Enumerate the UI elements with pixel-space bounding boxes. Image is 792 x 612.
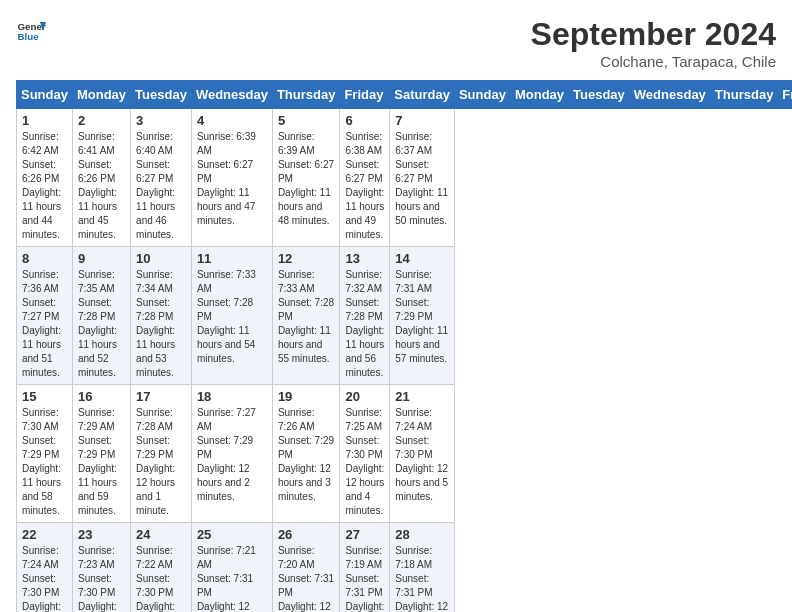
day-number: 28 — [395, 527, 449, 542]
calendar-week-2: 8 Sunrise: 7:36 AM Sunset: 7:27 PM Dayli… — [17, 247, 793, 385]
calendar-header-row: SundayMondayTuesdayWednesdayThursdayFrid… — [17, 81, 793, 109]
col-header-friday: Friday — [778, 81, 792, 109]
calendar-cell: 6 Sunrise: 6:38 AM Sunset: 6:27 PM Dayli… — [340, 109, 390, 247]
day-number: 12 — [278, 251, 335, 266]
cell-content: Sunrise: 6:39 AM Sunset: 6:27 PM Dayligh… — [197, 130, 267, 228]
col-header-tuesday: Tuesday — [569, 81, 630, 109]
day-number: 20 — [345, 389, 384, 404]
header-saturday: Saturday — [390, 81, 455, 109]
calendar-cell: 16 Sunrise: 7:29 AM Sunset: 7:29 PM Dayl… — [72, 385, 130, 523]
cell-content: Sunrise: 7:21 AM Sunset: 7:31 PM Dayligh… — [197, 544, 267, 612]
cell-content: Sunrise: 7:24 AM Sunset: 7:30 PM Dayligh… — [395, 406, 449, 504]
calendar-cell: 21 Sunrise: 7:24 AM Sunset: 7:30 PM Dayl… — [390, 385, 455, 523]
calendar-cell: 18 Sunrise: 7:27 AM Sunset: 7:29 PM Dayl… — [191, 385, 272, 523]
calendar-cell: 12 Sunrise: 7:33 AM Sunset: 7:28 PM Dayl… — [272, 247, 340, 385]
header-tuesday: Tuesday — [131, 81, 192, 109]
calendar-cell: 28 Sunrise: 7:18 AM Sunset: 7:31 PM Dayl… — [390, 523, 455, 613]
header-friday: Friday — [340, 81, 390, 109]
calendar-cell: 1 Sunrise: 6:42 AM Sunset: 6:26 PM Dayli… — [17, 109, 73, 247]
day-number: 5 — [278, 113, 335, 128]
day-number: 27 — [345, 527, 384, 542]
calendar-cell: 20 Sunrise: 7:25 AM Sunset: 7:30 PM Dayl… — [340, 385, 390, 523]
cell-content: Sunrise: 6:39 AM Sunset: 6:27 PM Dayligh… — [278, 130, 335, 228]
header-thursday: Thursday — [272, 81, 340, 109]
calendar-cell: 13 Sunrise: 7:32 AM Sunset: 7:28 PM Dayl… — [340, 247, 390, 385]
cell-content: Sunrise: 7:25 AM Sunset: 7:30 PM Dayligh… — [345, 406, 384, 518]
col-header-monday: Monday — [510, 81, 568, 109]
day-number: 10 — [136, 251, 186, 266]
day-number: 6 — [345, 113, 384, 128]
day-number: 16 — [78, 389, 125, 404]
cell-content: Sunrise: 7:24 AM Sunset: 7:30 PM Dayligh… — [22, 544, 67, 612]
day-number: 11 — [197, 251, 267, 266]
day-number: 15 — [22, 389, 67, 404]
day-number: 2 — [78, 113, 125, 128]
cell-content: Sunrise: 7:27 AM Sunset: 7:29 PM Dayligh… — [197, 406, 267, 504]
cell-content: Sunrise: 7:20 AM Sunset: 7:31 PM Dayligh… — [278, 544, 335, 612]
day-number: 19 — [278, 389, 335, 404]
calendar-cell: 9 Sunrise: 7:35 AM Sunset: 7:28 PM Dayli… — [72, 247, 130, 385]
cell-content: Sunrise: 7:19 AM Sunset: 7:31 PM Dayligh… — [345, 544, 384, 612]
calendar-cell: 22 Sunrise: 7:24 AM Sunset: 7:30 PM Dayl… — [17, 523, 73, 613]
cell-content: Sunrise: 6:41 AM Sunset: 6:26 PM Dayligh… — [78, 130, 125, 242]
day-number: 13 — [345, 251, 384, 266]
cell-content: Sunrise: 7:26 AM Sunset: 7:29 PM Dayligh… — [278, 406, 335, 504]
location: Colchane, Tarapaca, Chile — [531, 53, 776, 70]
col-header-sunday: Sunday — [454, 81, 510, 109]
cell-content: Sunrise: 7:18 AM Sunset: 7:31 PM Dayligh… — [395, 544, 449, 612]
calendar-week-4: 22 Sunrise: 7:24 AM Sunset: 7:30 PM Dayl… — [17, 523, 793, 613]
cell-content: Sunrise: 6:40 AM Sunset: 6:27 PM Dayligh… — [136, 130, 186, 242]
day-number: 8 — [22, 251, 67, 266]
calendar-cell: 26 Sunrise: 7:20 AM Sunset: 7:31 PM Dayl… — [272, 523, 340, 613]
cell-content: Sunrise: 7:31 AM Sunset: 7:29 PM Dayligh… — [395, 268, 449, 366]
day-number: 4 — [197, 113, 267, 128]
cell-content: Sunrise: 7:32 AM Sunset: 7:28 PM Dayligh… — [345, 268, 384, 380]
calendar-cell: 14 Sunrise: 7:31 AM Sunset: 7:29 PM Dayl… — [390, 247, 455, 385]
calendar-cell: 25 Sunrise: 7:21 AM Sunset: 7:31 PM Dayl… — [191, 523, 272, 613]
day-number: 17 — [136, 389, 186, 404]
cell-content: Sunrise: 7:30 AM Sunset: 7:29 PM Dayligh… — [22, 406, 67, 518]
calendar-table: SundayMondayTuesdayWednesdayThursdayFrid… — [16, 80, 792, 612]
cell-content: Sunrise: 7:29 AM Sunset: 7:29 PM Dayligh… — [78, 406, 125, 518]
cell-content: Sunrise: 7:22 AM Sunset: 7:30 PM Dayligh… — [136, 544, 186, 612]
cell-content: Sunrise: 7:35 AM Sunset: 7:28 PM Dayligh… — [78, 268, 125, 380]
cell-content: Sunrise: 6:37 AM Sunset: 6:27 PM Dayligh… — [395, 130, 449, 228]
title-block: September 2024 Colchane, Tarapaca, Chile — [531, 16, 776, 70]
cell-content: Sunrise: 7:34 AM Sunset: 7:28 PM Dayligh… — [136, 268, 186, 380]
calendar-cell: 8 Sunrise: 7:36 AM Sunset: 7:27 PM Dayli… — [17, 247, 73, 385]
cell-content: Sunrise: 7:23 AM Sunset: 7:30 PM Dayligh… — [78, 544, 125, 612]
header-wednesday: Wednesday — [191, 81, 272, 109]
day-number: 9 — [78, 251, 125, 266]
day-number: 7 — [395, 113, 449, 128]
day-number: 24 — [136, 527, 186, 542]
col-header-wednesday: Wednesday — [629, 81, 710, 109]
cell-content: Sunrise: 7:33 AM Sunset: 7:28 PM Dayligh… — [278, 268, 335, 366]
calendar-cell: 23 Sunrise: 7:23 AM Sunset: 7:30 PM Dayl… — [72, 523, 130, 613]
calendar-cell: 19 Sunrise: 7:26 AM Sunset: 7:29 PM Dayl… — [272, 385, 340, 523]
calendar-week-1: 1 Sunrise: 6:42 AM Sunset: 6:26 PM Dayli… — [17, 109, 793, 247]
calendar-cell: 5 Sunrise: 6:39 AM Sunset: 6:27 PM Dayli… — [272, 109, 340, 247]
logo-icon: General Blue — [16, 16, 46, 46]
page-header: General Blue September 2024 Colchane, Ta… — [16, 16, 776, 70]
calendar-cell: 3 Sunrise: 6:40 AM Sunset: 6:27 PM Dayli… — [131, 109, 192, 247]
day-number: 3 — [136, 113, 186, 128]
calendar-cell: 10 Sunrise: 7:34 AM Sunset: 7:28 PM Dayl… — [131, 247, 192, 385]
cell-content: Sunrise: 7:36 AM Sunset: 7:27 PM Dayligh… — [22, 268, 67, 380]
cell-content: Sunrise: 7:28 AM Sunset: 7:29 PM Dayligh… — [136, 406, 186, 518]
calendar-week-3: 15 Sunrise: 7:30 AM Sunset: 7:29 PM Dayl… — [17, 385, 793, 523]
calendar-cell: 24 Sunrise: 7:22 AM Sunset: 7:30 PM Dayl… — [131, 523, 192, 613]
calendar-cell: 4 Sunrise: 6:39 AM Sunset: 6:27 PM Dayli… — [191, 109, 272, 247]
day-number: 1 — [22, 113, 67, 128]
header-monday: Monday — [72, 81, 130, 109]
day-number: 14 — [395, 251, 449, 266]
day-number: 26 — [278, 527, 335, 542]
calendar-cell: 2 Sunrise: 6:41 AM Sunset: 6:26 PM Dayli… — [72, 109, 130, 247]
day-number: 18 — [197, 389, 267, 404]
logo: General Blue — [16, 16, 46, 46]
cell-content: Sunrise: 6:38 AM Sunset: 6:27 PM Dayligh… — [345, 130, 384, 242]
calendar-cell: 27 Sunrise: 7:19 AM Sunset: 7:31 PM Dayl… — [340, 523, 390, 613]
cell-content: Sunrise: 7:33 AM Sunset: 7:28 PM Dayligh… — [197, 268, 267, 366]
calendar-cell: 17 Sunrise: 7:28 AM Sunset: 7:29 PM Dayl… — [131, 385, 192, 523]
month-title: September 2024 — [531, 16, 776, 53]
day-number: 21 — [395, 389, 449, 404]
